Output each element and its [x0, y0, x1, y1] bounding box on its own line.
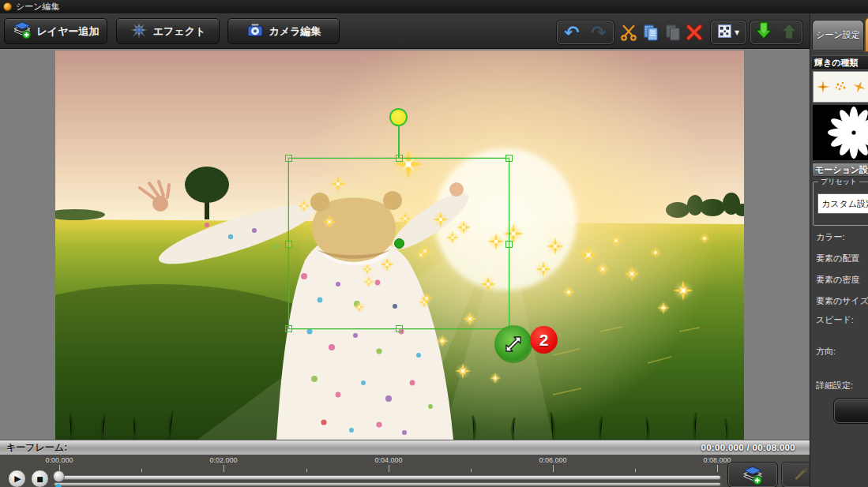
add-layer-label: レイヤー追加 — [37, 24, 100, 39]
glitter-thumb-2[interactable] — [832, 73, 850, 101]
timeline-panel: 0:00.000 0:02.000 0:04.000 0:06.000 0:08… — [0, 455, 810, 487]
daisy-shape-icon — [813, 105, 868, 160]
step-count-badge: 2 — [530, 326, 558, 354]
keyframe-label: キーフレーム: — [0, 441, 67, 455]
speed-label: スピード: — [816, 314, 854, 326]
current-time: 00:00.000 — [701, 443, 745, 452]
preview-canvas[interactable]: 2 — [0, 49, 810, 440]
selection-handle-bottom-left[interactable] — [285, 325, 292, 332]
layer-track[interactable] — [54, 482, 721, 486]
marker-grid-button[interactable]: ▼ — [711, 21, 746, 44]
cut-icon[interactable] — [618, 21, 639, 44]
ruler-tick-label: 0:08.000 — [703, 456, 731, 464]
selection-handle-mid-right[interactable] — [505, 241, 513, 248]
ruler-tick-label: 0:06.000 — [539, 456, 566, 464]
stop-icon: ■ — [36, 475, 43, 483]
move-up-icon[interactable] — [776, 22, 802, 43]
copy-icon[interactable] — [641, 21, 661, 44]
scale-handle[interactable] — [494, 325, 532, 363]
glitter-thumb-3[interactable] — [850, 73, 868, 101]
selection-handle-top-left[interactable] — [285, 155, 292, 162]
add-layer-track-button[interactable] — [728, 463, 777, 487]
rotation-handle[interactable] — [389, 108, 408, 126]
history-group: ↶ ↷ — [557, 21, 614, 44]
glitter-type-thumbnails[interactable] — [813, 71, 868, 103]
advanced-settings-button[interactable] — [834, 399, 868, 423]
video-frame[interactable]: 2 — [55, 51, 744, 440]
size-label: 要素のサイズ — [816, 295, 868, 307]
title-bar: シーン編集 — [0, 0, 868, 13]
window-title: シーン編集 — [16, 1, 60, 13]
density-label: 要素の密度 — [816, 274, 859, 286]
reorder-group — [750, 21, 802, 44]
camera-icon — [246, 21, 264, 41]
badge-number: 2 — [539, 331, 549, 350]
grid-icon — [718, 24, 731, 41]
keyframe-bar: キーフレーム: 00:00.000 / 00:08.000 — [0, 440, 810, 455]
element-shape-preview[interactable] — [813, 105, 868, 160]
scene-edit-window: シーン編集 レイヤー追加 エフェクト — [0, 0, 868, 487]
delete-icon[interactable] — [684, 21, 705, 44]
tab-scene-settings-label: シーン設定 — [816, 29, 860, 41]
ruler-tick — [471, 469, 472, 472]
playhead-track[interactable] — [54, 475, 721, 480]
effects-label: エフェクト — [153, 24, 206, 39]
camera-edit-label: カメラ編集 — [269, 24, 321, 39]
selection-handle-bottom-center[interactable] — [396, 325, 403, 332]
settings-sidebar: シーン設定 輝きの種類 — [810, 13, 868, 487]
pencil-icon — [795, 470, 805, 480]
preset-dropdown-value: カスタム設定 — [821, 199, 868, 208]
main-toolbar: レイヤー追加 エフェクト カメラ編集 — [0, 13, 810, 49]
add-layer-button[interactable]: レイヤー追加 — [4, 18, 107, 44]
ruler-tick-label: 0:02.000 — [209, 456, 237, 464]
app-icon — [3, 2, 12, 11]
tab-scene-settings[interactable]: シーン設定 — [812, 20, 864, 50]
total-time: 00:08.000 — [753, 443, 796, 452]
tab-active-orange[interactable] — [865, 17, 868, 52]
ruler-tick-label: 0:04.000 — [374, 456, 402, 464]
ruler-tick — [635, 469, 636, 472]
ruler-tick — [389, 465, 389, 472]
effects-button[interactable]: エフェクト — [116, 18, 220, 44]
move-down-icon[interactable] — [751, 21, 776, 43]
preset-groupbox: プリセット カスタム設定 — [813, 182, 868, 226]
direction-label: 方向: — [816, 346, 836, 358]
ruler-tick — [224, 465, 224, 472]
camera-edit-button[interactable]: カメラ編集 — [227, 18, 340, 44]
color-label: カラー: — [816, 231, 845, 243]
selection-center-point[interactable] — [394, 238, 404, 249]
ruler-tick — [306, 469, 307, 472]
rotation-stem — [398, 125, 400, 158]
play-icon: ▶ — [14, 474, 21, 484]
undo-icon[interactable]: ↶ — [558, 24, 585, 42]
advanced-settings-label: 詳細設定: — [816, 380, 853, 391]
selection-handle-top-right[interactable] — [505, 155, 513, 162]
redo-icon[interactable]: ↷ — [585, 24, 612, 42]
ruler-tick — [141, 469, 142, 472]
preset-dropdown[interactable]: カスタム設定 — [817, 193, 868, 214]
time-display: 00:00.000 / 00:08.000 — [701, 443, 796, 452]
glitter-type-header: 輝きの種類 — [812, 55, 868, 69]
paste-icon[interactable] — [663, 21, 683, 44]
ruler-tick — [717, 465, 718, 472]
chevron-down-icon: ▼ — [735, 29, 739, 36]
preset-label: プリセット — [818, 177, 859, 187]
motion-settings-header: モーション設定 — [812, 163, 868, 177]
resize-cursor-icon — [504, 335, 523, 354]
add-layer-icon — [13, 21, 32, 42]
placement-label: 要素の配置 — [816, 253, 859, 264]
selection-handle-mid-left[interactable] — [285, 241, 292, 248]
play-button[interactable]: ▶ — [8, 470, 26, 487]
ruler-tick-label: 0:00.000 — [45, 456, 73, 464]
effects-icon — [130, 21, 148, 41]
stop-button[interactable]: ■ — [31, 470, 49, 487]
glitter-thumb-1[interactable] — [814, 73, 832, 101]
add-layer-icon — [742, 465, 763, 485]
ruler-tick — [553, 465, 554, 472]
playhead-handle[interactable] — [53, 470, 65, 482]
